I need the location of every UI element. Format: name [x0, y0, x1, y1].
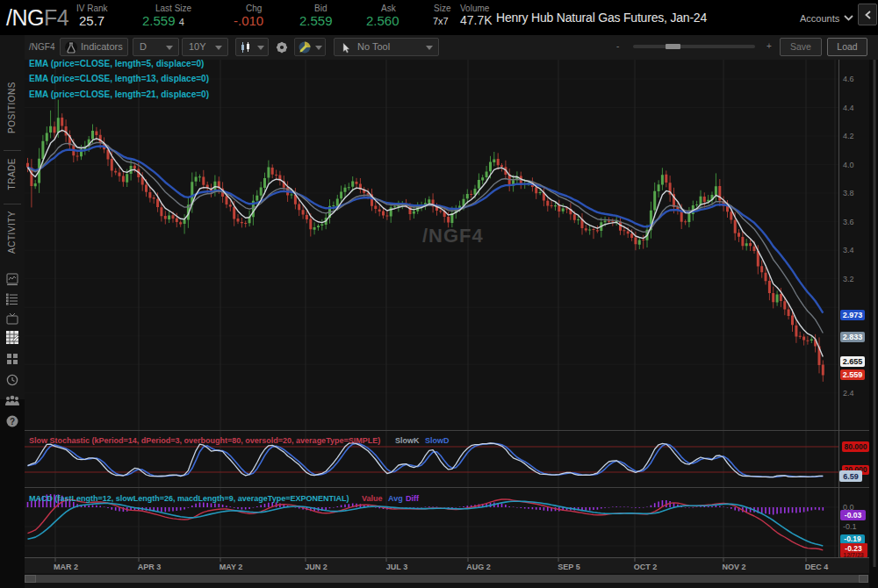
svg-text:3.4: 3.4	[843, 246, 854, 255]
svg-text:-0.1: -0.1	[843, 522, 857, 531]
svg-text:12/7/23: 12/7/23	[843, 552, 863, 558]
svg-text:EMA (price=CLOSE, length=21, d: EMA (price=CLOSE, length=21, displace=0)	[29, 90, 209, 99]
svg-text:JUN 2: JUN 2	[305, 563, 327, 571]
svg-text:AUG 2: AUG 2	[466, 563, 491, 571]
svg-text:-0.03: -0.03	[845, 511, 862, 520]
svg-text:?: ?	[10, 417, 15, 427]
svg-text:80.000: 80.000	[845, 442, 867, 451]
svg-text:3.2: 3.2	[843, 275, 854, 283]
svg-text:3.8: 3.8	[843, 189, 854, 197]
svg-text:/NGF4: /NGF4	[422, 225, 484, 247]
svg-text:SlowD: SlowD	[425, 436, 450, 445]
svg-text:2.833: 2.833	[843, 333, 863, 341]
svg-text:6.59: 6.59	[843, 472, 859, 481]
svg-text:2.4: 2.4	[843, 389, 854, 398]
svg-text:DEC 4: DEC 4	[805, 563, 829, 571]
svg-text:4.4: 4.4	[843, 104, 854, 112]
svg-text:2.655: 2.655	[843, 357, 863, 366]
svg-text:MACD (fastLength=12, slowLengt: MACD (fastLength=12, slowLength=26, macd…	[29, 494, 349, 503]
svg-text:OCT 2: OCT 2	[634, 563, 658, 571]
svg-text:4.2: 4.2	[843, 132, 854, 140]
svg-text:EMA (price=CLOSE, length=13, d: EMA (price=CLOSE, length=13, displace=0)	[29, 74, 209, 83]
svg-text:-0.19: -0.19	[844, 534, 861, 543]
svg-text:2.973: 2.973	[843, 311, 863, 319]
svg-text:3.6: 3.6	[843, 218, 854, 226]
svg-text:2.559: 2.559	[843, 370, 863, 379]
svg-text:EMA (price=CLOSE, length=5, di: EMA (price=CLOSE, length=5, displace=0)	[29, 60, 204, 68]
svg-text:APR 3: APR 3	[138, 563, 162, 571]
svg-text:Slow Stochastic (kPeriod=14, d: Slow Stochastic (kPeriod=14, dPeriod=3, …	[29, 436, 380, 445]
svg-text:4.0: 4.0	[843, 161, 854, 169]
svg-text:JUL 3: JUL 3	[386, 563, 407, 571]
svg-text:Diff: Diff	[406, 494, 420, 503]
svg-text:MAY 2: MAY 2	[220, 563, 243, 571]
svg-text:Value: Value	[362, 494, 383, 503]
svg-text:SlowK: SlowK	[395, 436, 420, 445]
svg-text:4.6: 4.6	[843, 75, 854, 83]
svg-text:Avg: Avg	[388, 494, 403, 503]
svg-text:MAR 2: MAR 2	[54, 563, 78, 571]
svg-text:SEP 5: SEP 5	[558, 563, 579, 571]
svg-text:NOV 2: NOV 2	[722, 563, 745, 571]
